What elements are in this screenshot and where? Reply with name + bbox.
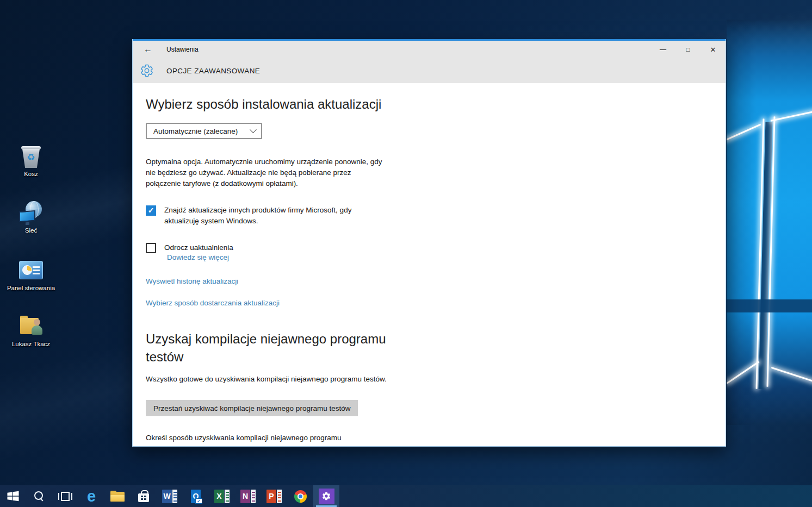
user-folder-icon xyxy=(18,315,44,339)
checkbox-checked-icon[interactable]: ✓ xyxy=(146,205,156,216)
desktop-icon-label: Sieć xyxy=(4,227,58,234)
gear-icon xyxy=(321,491,331,501)
logo-glow-line xyxy=(771,110,812,122)
close-button[interactable]: ✕ xyxy=(701,41,726,58)
desktop-icon-recycle-bin[interactable]: ♻ Kosz xyxy=(4,145,58,177)
start-button[interactable] xyxy=(0,485,26,507)
checkbox-defer-upgrades[interactable]: Odrocz uaktualnienia xyxy=(146,242,383,253)
dropdown-selected-value: Automatycznie (zalecane) xyxy=(153,127,238,135)
powerpoint-icon: P xyxy=(266,490,282,503)
learn-more-link[interactable]: Dowiedz się więcej xyxy=(167,253,229,261)
minimize-button[interactable]: — xyxy=(650,41,675,58)
taskbar-search-button[interactable] xyxy=(26,485,52,507)
update-description: Optymalna opcja. Automatycznie uruchomim… xyxy=(146,157,383,189)
taskbar-outlook[interactable]: O ✓ xyxy=(183,485,209,507)
desktop-icon-label: Panel sterowania xyxy=(4,285,58,291)
checkbox-label: Znajdź aktualizacje innych produktów fir… xyxy=(164,205,383,227)
control-panel-icon xyxy=(18,259,44,283)
edge-icon: e xyxy=(87,489,96,504)
insider-status-text: Wszystko gotowe do uzyskiwania kompilacj… xyxy=(146,374,392,385)
envelope-icon: ✓ xyxy=(195,498,202,504)
taskbar-chrome[interactable] xyxy=(287,485,313,507)
maximize-button[interactable]: □ xyxy=(675,41,701,58)
settings-tile xyxy=(319,489,334,504)
page-header: OPCJE ZAAWANSOWANE xyxy=(133,58,726,83)
chrome-icon xyxy=(294,490,307,503)
taskbar-powerpoint[interactable]: P xyxy=(261,485,287,507)
update-history-link[interactable]: Wyświetl historię aktualizacji xyxy=(146,277,238,285)
checkbox-unchecked-icon[interactable] xyxy=(146,243,156,253)
logo-glow-line xyxy=(727,361,760,384)
section-heading-insider: Uzyskaj kompilacje niejawnego programu t… xyxy=(146,330,401,366)
stop-insider-builds-button[interactable]: Przestań uzyskiwać kompilacje niejawnego… xyxy=(146,400,358,416)
settings-content: Wybierz sposób instalowania aktualizacji… xyxy=(133,83,726,446)
desktop-icon-user-folder[interactable]: Lukasz Tkacz xyxy=(4,315,58,347)
chevron-down-icon xyxy=(250,126,257,133)
network-icon xyxy=(18,201,44,225)
delivery-method-link[interactable]: Wybierz sposób dostarczania aktualizacji xyxy=(146,299,280,307)
desktop-icon-network[interactable]: Sieć xyxy=(4,201,58,234)
taskbar-onenote[interactable]: N xyxy=(235,485,261,507)
install-method-dropdown[interactable]: Automatycznie (zalecane) xyxy=(146,123,262,139)
outlook-icon: O ✓ xyxy=(191,490,201,503)
store-bag-icon xyxy=(138,493,149,502)
logo-frame-horizontal xyxy=(727,299,812,312)
desktop-icon-label: Lukasz Tkacz xyxy=(4,341,58,347)
taskbar-file-explorer[interactable] xyxy=(104,485,131,507)
taskbar-settings-active[interactable] xyxy=(313,485,339,507)
desktop-icon-label: Kosz xyxy=(4,171,58,177)
checkbox-label: Odrocz uaktualnienia xyxy=(164,242,383,253)
task-view-button[interactable] xyxy=(52,485,78,507)
logo-glow-line xyxy=(771,367,812,383)
taskbar: e W O ✓ X N xyxy=(0,485,812,507)
taskbar-word[interactable]: W xyxy=(157,485,183,507)
settings-window: ← Ustawienia — □ ✕ OPCJE ZAAWANSOWANE Wy… xyxy=(132,39,726,447)
window-title: Ustawienia xyxy=(166,46,199,53)
recycle-bin-icon: ♻ xyxy=(18,145,44,168)
taskbar-edge[interactable]: e xyxy=(78,485,104,507)
task-view-icon xyxy=(58,492,72,501)
onenote-icon: N xyxy=(240,490,256,503)
window-controls: — □ ✕ xyxy=(650,41,726,58)
desktop-icon-control-panel[interactable]: Panel sterowania xyxy=(4,259,58,291)
windows-logo-icon xyxy=(7,490,19,502)
gear-icon xyxy=(140,64,154,78)
wallpaper-windows-logo xyxy=(727,20,812,425)
back-button[interactable]: ← xyxy=(144,45,157,54)
logo-glow-line xyxy=(727,123,761,141)
insider-footer-text: Określ sposób uzyskiwania kompilacji nie… xyxy=(146,433,380,447)
file-explorer-icon xyxy=(110,491,125,502)
checkbox-other-products[interactable]: ✓ Znajdź aktualizacje innych produktów f… xyxy=(146,205,383,227)
section-heading-updates: Wybierz sposób instalowania aktualizacji xyxy=(146,97,381,112)
desktop: ♻ Kosz Sieć Panel sterowania Lukasz Tkac… xyxy=(0,0,812,507)
titlebar[interactable]: ← Ustawienia — □ ✕ xyxy=(133,41,726,58)
page-title: OPCJE ZAAWANSOWANE xyxy=(166,67,260,75)
taskbar-excel[interactable]: X xyxy=(209,485,235,507)
search-icon xyxy=(34,491,45,502)
taskbar-store[interactable] xyxy=(131,485,157,507)
word-icon: W xyxy=(162,490,177,503)
excel-icon: X xyxy=(214,490,230,503)
